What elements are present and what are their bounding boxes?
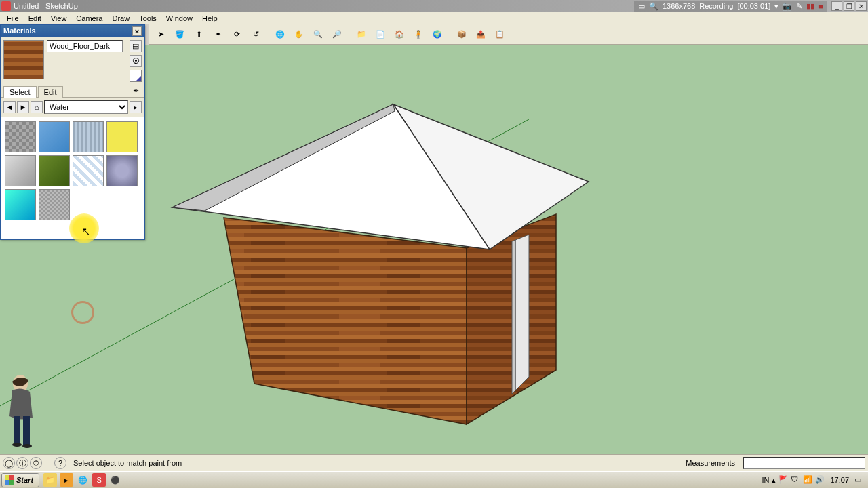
tray-volume-icon[interactable]: 🔊	[815, 475, 825, 485]
recorder-camera-icon[interactable]: 📷	[783, 2, 792, 11]
offset-icon[interactable]: ↺	[247, 26, 264, 43]
swatch-water-pool-grid[interactable]	[73, 155, 104, 186]
close-button[interactable]: ✕	[856, 1, 867, 11]
swatch-water-cyan[interactable]	[5, 189, 36, 220]
taskbar-media-icon[interactable]: ▸	[60, 473, 73, 487]
geo-location-icon[interactable]: ◯	[3, 457, 15, 469]
eyedropper-icon[interactable]: ✒	[130, 85, 142, 97]
material-name-input[interactable]	[47, 40, 123, 52]
tab-edit[interactable]: Edit	[38, 86, 63, 98]
select-tool-icon[interactable]: ➤	[152, 26, 170, 43]
swatch-water-pebbles[interactable]	[39, 189, 70, 220]
nav-back-icon[interactable]: ◄	[3, 101, 16, 113]
materials-title-label: Materials	[3, 26, 36, 36]
rotate-icon[interactable]: ⟳	[228, 26, 245, 43]
materials-close-icon[interactable]: ×	[132, 26, 142, 36]
recorder-status: Recording	[699, 2, 733, 10]
taskbar-sketchup-icon[interactable]: S	[92, 473, 106, 487]
pan-icon[interactable]: ✋	[290, 26, 308, 43]
recorder-dropdown-icon[interactable]: ▾	[774, 2, 778, 11]
swatch-water-deep-blue[interactable]	[39, 121, 70, 152]
title-bar: Untitled - SketchUp ▭ 🔍 1366x768 Recordi…	[0, 0, 868, 12]
extension-icon[interactable]: 📤	[472, 26, 490, 43]
recorder-pause-icon[interactable]: ▮▮	[806, 2, 814, 11]
push-pull-icon[interactable]: ⬆	[190, 26, 208, 43]
current-material-swatch[interactable]	[3, 40, 44, 79]
window-title: Untitled - SketchUp	[14, 2, 78, 10]
tray-security-icon[interactable]: 🛡	[791, 475, 800, 485]
new-icon[interactable]: 📄	[372, 26, 389, 43]
add-location-icon[interactable]: 📁	[353, 26, 370, 43]
menu-bar: File Edit View Camera Draw Tools Window …	[0, 12, 868, 24]
recorder-stop-icon[interactable]: ■	[818, 2, 823, 10]
language-indicator[interactable]: IN	[762, 476, 769, 484]
menu-camera[interactable]: Camera	[72, 13, 106, 24]
tray-arrow-icon[interactable]: ▴	[772, 476, 776, 485]
taskbar-chrome-icon[interactable]: 🌐	[76, 473, 90, 487]
windows-logo-icon	[5, 475, 14, 485]
materials-titlebar[interactable]: Materials ×	[1, 25, 144, 37]
swatch-water-green[interactable]	[39, 155, 70, 186]
svg-marker-13	[515, 235, 529, 390]
set-default-icon[interactable]: ⦿	[130, 55, 142, 67]
recorder-time: [00:03:01]	[737, 2, 770, 10]
warehouse-icon[interactable]: 📦	[453, 26, 471, 43]
maximize-button[interactable]: ❐	[844, 1, 854, 11]
move-icon[interactable]: ✦	[209, 26, 226, 43]
svg-point-22	[22, 444, 32, 448]
claim-credit-icon[interactable]: ©	[30, 457, 42, 469]
swatch-water-stripes[interactable]	[73, 121, 104, 152]
start-button[interactable]: Start	[1, 473, 39, 487]
taskbar-recorder-icon[interactable]: ⚫	[108, 473, 122, 487]
recorder-resolution: 1366x768	[663, 2, 695, 10]
component-icon[interactable]: 🏠	[391, 26, 408, 43]
tray-network-icon[interactable]: 📶	[803, 475, 812, 485]
zoom-extents-icon[interactable]: 🔎	[328, 26, 346, 43]
tab-select[interactable]: Select	[3, 86, 37, 98]
cursor-arrow-icon: ↖	[81, 225, 90, 238]
app-icon	[1, 1, 11, 11]
person-icon[interactable]: 🧍	[410, 26, 427, 43]
menu-tools[interactable]: Tools	[135, 13, 161, 24]
library-menu-icon[interactable]: ▸	[130, 101, 142, 113]
tray-flag-icon[interactable]: 🚩	[778, 475, 788, 485]
earth-icon[interactable]: 🌍	[429, 26, 446, 43]
layers-icon[interactable]: 📋	[491, 26, 509, 43]
default-material-swatch[interactable]	[130, 70, 142, 82]
swatch-water-flat-gray[interactable]	[5, 155, 36, 186]
credits-icon[interactable]: ⓘ	[16, 457, 28, 469]
screen-recorder-overlay: ▭ 🔍 1366x768 Recording [00:03:01] ▾ 📷 ✎ …	[634, 1, 827, 12]
nav-forward-icon[interactable]: ►	[17, 101, 29, 113]
click-ripple-indicator	[71, 301, 94, 324]
recorder-minimize-icon[interactable]: ▭	[638, 2, 645, 11]
taskbar-clock[interactable]: 17:07	[827, 476, 852, 484]
recorder-search-icon[interactable]: 🔍	[649, 2, 658, 11]
main-toolbar: ➤ 🪣 ⬆ ✦ ⟳ ↺ 🌐 ✋ 🔍 🔎 📁 📄 🏠 🧍 🌍 📦 📤 📋	[149, 24, 868, 45]
help-icon[interactable]: ?	[54, 457, 66, 469]
zoom-icon[interactable]: 🔍	[309, 26, 327, 43]
svg-marker-11	[224, 218, 467, 424]
minimize-button[interactable]: _	[831, 1, 842, 11]
menu-edit[interactable]: Edit	[24, 13, 45, 24]
create-material-icon[interactable]: ▤	[130, 40, 142, 52]
orbit-icon[interactable]: 🌐	[271, 26, 289, 43]
library-select[interactable]: Water	[44, 100, 128, 114]
menu-view[interactable]: View	[47, 13, 71, 24]
windows-taskbar: Start 📁 ▸ 🌐 S ⚫ IN ▴ 🚩 🛡 📶 🔊 17:07 ▭	[0, 471, 868, 488]
menu-window[interactable]: Window	[162, 13, 197, 24]
menu-help[interactable]: Help	[198, 13, 222, 24]
nav-home-icon[interactable]: ⌂	[31, 101, 43, 113]
recorder-edit-icon[interactable]: ✎	[796, 2, 802, 11]
taskbar-explorer-icon[interactable]: 📁	[43, 473, 57, 487]
materials-panel: Materials × ▤ ⦿ Select Edit ✒ ◄ ► ⌂ Wate…	[0, 24, 145, 240]
measurements-input[interactable]	[743, 457, 865, 469]
menu-file[interactable]: File	[3, 13, 23, 24]
swatch-water-rough-gray[interactable]	[5, 121, 36, 152]
menu-draw[interactable]: Draw	[108, 13, 134, 24]
swatch-water-cloudy[interactable]	[106, 155, 138, 186]
tray-show-desktop[interactable]: ▭	[854, 475, 864, 485]
measurements-label: Measurements	[682, 458, 739, 468]
swatch-water-yellow[interactable]	[106, 121, 138, 152]
scale-figure[interactable]	[0, 371, 61, 453]
paint-bucket-icon[interactable]: 🪣	[171, 26, 189, 43]
